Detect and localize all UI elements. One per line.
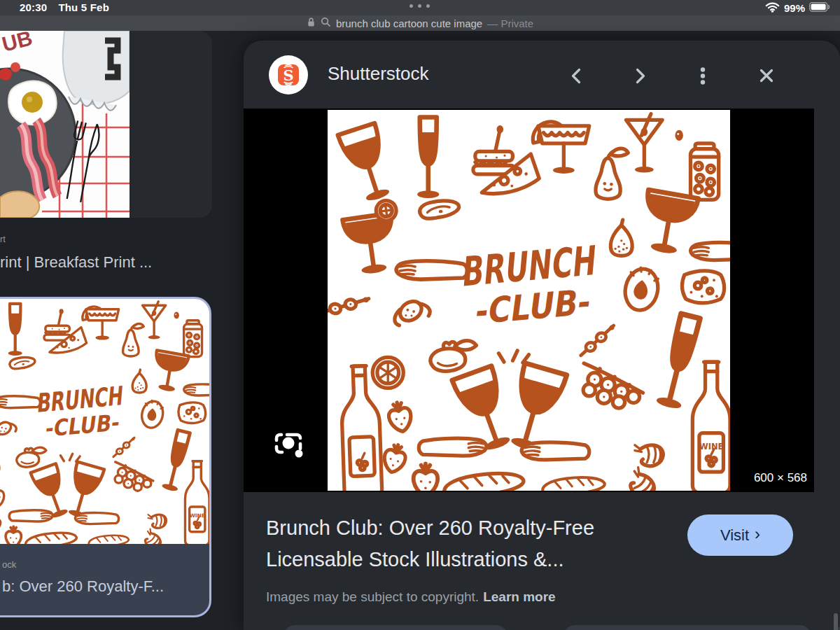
tab-query-text: brunch club cartoon cute image — [336, 18, 482, 29]
next-image-button[interactable] — [624, 60, 655, 91]
result-source-brunch: ock — [2, 559, 16, 570]
image-dimensions-label: 600 × 568 — [754, 471, 807, 485]
learn-more-link[interactable]: Learn more — [483, 589, 555, 604]
close-viewer-button[interactable] — [751, 60, 782, 91]
result-card-brunch-selected[interactable]: ock b: Over 260 Royalty-F... — [0, 297, 211, 617]
title-line-1: Brunch Club: Over 260 Royalty-Free — [266, 512, 672, 544]
image-result-title[interactable]: Brunch Club: Over 260 Royalty-Free Licen… — [266, 512, 672, 575]
visit-chevron-icon: › — [755, 524, 760, 544]
shutterstock-logo-icon[interactable]: S — [269, 55, 308, 94]
preview-image[interactable] — [328, 110, 730, 491]
result-card-breakfast[interactable] — [0, 31, 212, 218]
tab-private-label: — Private — [487, 18, 533, 29]
viewer-header: S Shutterstock — [244, 41, 840, 108]
status-date: Thu 5 Feb — [58, 1, 109, 13]
wifi-icon — [765, 1, 780, 15]
title-line-2: Licensable Stock Illustrations &... — [266, 544, 672, 575]
copyright-text: Images may be subject to copyright. — [266, 589, 479, 604]
status-bar: 20:30Thu 5 Feb 99% — [0, 0, 840, 15]
battery-percent: 99% — [784, 2, 805, 14]
result-thumbnail-breakfast[interactable] — [0, 31, 130, 218]
multitask-indicator-icon — [410, 4, 430, 8]
result-thumbnail-brunch[interactable] — [0, 299, 209, 544]
image-preview-area: 600 × 568 — [244, 108, 814, 492]
related-chip[interactable] — [283, 625, 508, 630]
result-source-breakfast: rt — [0, 234, 6, 244]
result-title-breakfast[interactable]: rint | Breakfast Print ... — [0, 253, 152, 272]
visit-button-label: Visit — [720, 526, 749, 545]
more-options-button[interactable] — [687, 60, 718, 91]
address-tab[interactable]: brunch club cartoon cute image — Private — [0, 15, 840, 31]
svg-text:S: S — [283, 66, 293, 84]
image-viewer-panel: S Shutterstock — [244, 41, 840, 630]
status-time: 20:30 — [20, 1, 47, 13]
battery-icon — [809, 2, 830, 14]
google-lens-button[interactable] — [269, 424, 312, 467]
previous-image-button[interactable] — [561, 60, 592, 91]
visit-button[interactable]: Visit › — [687, 514, 793, 556]
search-icon — [321, 17, 331, 30]
ipad-screen: 20:30Thu 5 Feb 99% — [0, 0, 840, 630]
lock-icon — [307, 17, 316, 30]
source-name[interactable]: Shutterstock — [328, 63, 429, 85]
copyright-notice: Images may be subject to copyright.Learn… — [266, 589, 556, 605]
related-chip[interactable] — [563, 625, 812, 630]
result-title-brunch[interactable]: b: Over 260 Royalty-F... — [2, 578, 164, 596]
status-time-date: 20:30Thu 5 Feb — [20, 1, 120, 13]
scrollbar[interactable] — [834, 613, 838, 630]
